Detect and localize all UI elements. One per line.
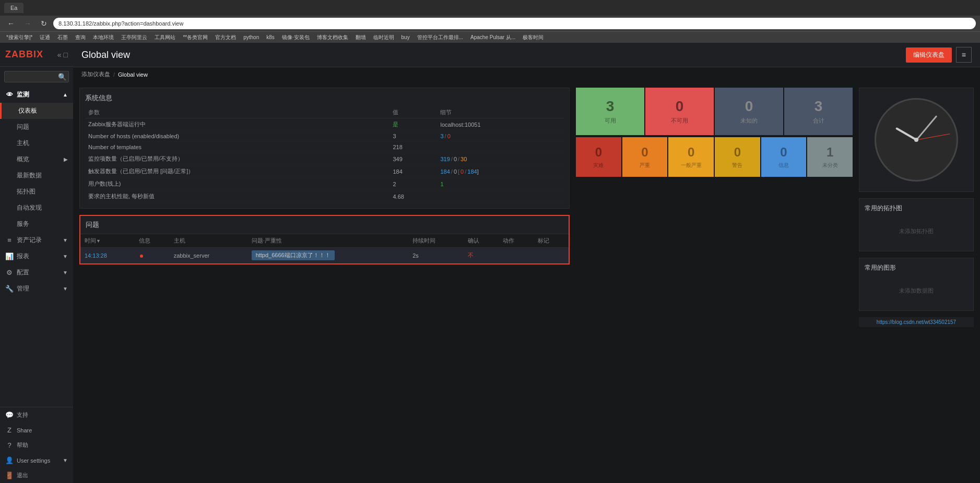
- reload-button[interactable]: ↻: [38, 18, 50, 29]
- edit-dashboard-button[interactable]: 编辑仪表盘: [906, 47, 952, 63]
- table-row: 14:13:28 zabbix_server httpd_6666端口凉京了！！…: [80, 248, 569, 263]
- chart-icon: 📊: [5, 252, 14, 260]
- bookmark-item[interactable]: 王亭阿里云: [119, 33, 149, 42]
- system-info-title: 系统信息: [85, 93, 564, 103]
- sidebar-item-problems[interactable]: 问题: [0, 119, 73, 135]
- back-button[interactable]: ←: [4, 18, 18, 29]
- status-available[interactable]: 3 可用: [576, 88, 644, 135]
- sidebar-item-reports[interactable]: 📊 报表 ▼: [0, 248, 73, 264]
- sidebar-item-hosts[interactable]: 主机: [0, 135, 73, 151]
- wrench-icon: 🔧: [5, 285, 14, 293]
- bookmark-item[interactable]: 镜像·安装包: [280, 33, 312, 42]
- sev-unclassified[interactable]: 1 未分类: [807, 137, 853, 177]
- bookmark-item[interactable]: 石墨: [55, 33, 70, 42]
- status-panel: 3 可用 0 不可用 0 未知的 3 合计: [576, 88, 853, 477]
- chevron-down-icon: ▼: [63, 457, 68, 463]
- disaster-count: 0: [595, 145, 602, 160]
- sidebar-item-latest-data[interactable]: 最新数据: [0, 167, 73, 184]
- sidebar-item-autodiscovery[interactable]: 自动发现: [0, 200, 73, 216]
- breadcrumb: 添加仪表盘 / Global view: [73, 67, 980, 81]
- topology-empty: 未添加拓扑图: [865, 217, 968, 246]
- sidebar-item-help[interactable]: ? 帮助: [0, 438, 73, 453]
- bookmark-item[interactable]: 管控平台工作最排...: [415, 33, 465, 42]
- sev-average[interactable]: 0 一般严重: [668, 137, 714, 177]
- chevron-down-icon: ▼: [63, 286, 68, 292]
- sidebar-item-label: 资产记录: [17, 236, 42, 245]
- list-icon: ≡: [5, 236, 14, 244]
- bookmark-item[interactable]: 临时近明: [371, 33, 396, 42]
- warning-count: 0: [734, 145, 741, 160]
- bookmark-item[interactable]: **各类官网: [181, 33, 210, 42]
- bookmark-item[interactable]: k8s: [264, 33, 277, 41]
- sidebar-item-share[interactable]: Z Share: [0, 422, 73, 438]
- bookmark-item[interactable]: 查询: [73, 33, 88, 42]
- average-label: 一般严重: [681, 162, 702, 169]
- sidebar-item-logout[interactable]: 🚪 退出: [0, 468, 73, 483]
- sidebar-footer: 💬 支持 Z Share ? 帮助 👤 User settings ▼ 🚪 退出: [0, 407, 73, 483]
- app-container: ZABBIX « □ 🔍 👁 监测 ▲ 仪表板 问题: [0, 43, 980, 483]
- status-unavailable[interactable]: 0 不可用: [645, 88, 714, 135]
- gear-icon: ⚙: [5, 269, 14, 276]
- bookmark-item[interactable]: 证通: [38, 33, 52, 42]
- logo-maximize-button[interactable]: □: [64, 51, 68, 59]
- bookmark-item[interactable]: *搜索引擎|*: [4, 33, 34, 42]
- bookmark-item[interactable]: 工具网站: [152, 33, 178, 42]
- bookmark-item[interactable]: Apache Pulsar 从...: [468, 33, 517, 42]
- col-value: 值: [389, 107, 437, 118]
- clock-face: [875, 98, 958, 182]
- table-row: 用户数(线上) 2 1: [85, 178, 564, 190]
- right-panel: 常用的拓扑图 未添加拓扑图 常用的图形 未添加数据图 https://blog.…: [859, 88, 974, 477]
- bookmark-item[interactable]: 本地环境: [91, 33, 116, 42]
- active-tab[interactable]: Ea: [4, 3, 23, 13]
- sidebar-item-support[interactable]: 💬 支持: [0, 407, 73, 422]
- bookmark-item[interactable]: buy: [399, 33, 412, 41]
- forward-button[interactable]: →: [21, 18, 34, 29]
- col-problem: 问题·严重性: [247, 234, 409, 248]
- sidebar-item-label: 问题: [17, 123, 29, 131]
- status-unknown[interactable]: 0 未知的: [715, 88, 783, 135]
- sidebar-item-assets[interactable]: ≡ 资产记录 ▼: [0, 232, 73, 248]
- chevron-down-icon: ▼: [63, 237, 68, 243]
- sev-warning[interactable]: 0 警告: [715, 137, 760, 177]
- logo-collapse-button[interactable]: «: [57, 51, 62, 59]
- sidebar-item-services[interactable]: 服务: [0, 216, 73, 232]
- sev-disaster[interactable]: 0 灾难: [576, 137, 621, 177]
- severity-grid: 0 灾难 0 严重 0 一般严重 0 警告: [576, 137, 853, 177]
- total-count: 3: [814, 98, 823, 115]
- breadcrumb-home[interactable]: 添加仪表盘: [81, 70, 110, 78]
- bookmark-item[interactable]: 博客文档收集: [315, 33, 350, 42]
- disaster-label: 灾难: [593, 162, 604, 169]
- browser-tabs: Ea: [0, 0, 980, 16]
- sidebar-item-label: Share: [17, 427, 32, 433]
- sidebar-item-monitoring[interactable]: 👁 监测 ▲: [0, 87, 73, 103]
- chevron-up-icon: ▲: [63, 92, 68, 98]
- main-content: Global view 编辑仪表盘 ≡ 添加仪表盘 / Global view …: [73, 43, 980, 483]
- col-action: 动作: [499, 234, 534, 248]
- sidebar-item-topology[interactable]: 拓扑图: [0, 184, 73, 200]
- sidebar-item-admin[interactable]: 🔧 管理 ▼: [0, 281, 73, 297]
- status-total[interactable]: 3 合计: [784, 88, 853, 135]
- sidebar-item-user-settings[interactable]: 👤 User settings ▼: [0, 453, 73, 468]
- sev-info[interactable]: 0 信息: [761, 137, 807, 177]
- chevron-down-icon: ▼: [63, 270, 68, 275]
- sidebar: ZABBIX « □ 🔍 👁 监测 ▲ 仪表板 问题: [0, 43, 73, 483]
- search-button[interactable]: 🔍: [58, 73, 67, 81]
- total-label: 合计: [813, 117, 824, 125]
- available-label: 可用: [605, 117, 616, 125]
- sidebar-item-dashboard[interactable]: 仪表板: [0, 103, 73, 119]
- nav-section: 👁 监测 ▲ 仪表板 问题 主机 概览 ▶ 最新数据 拓扑图: [0, 87, 73, 407]
- system-info-widget: 系统信息 参数 值 细节 Zabbix服务器端运行中: [79, 88, 570, 209]
- bookmark-item[interactable]: 官方文档: [213, 33, 238, 42]
- col-ack: 确认: [464, 234, 499, 248]
- bookmark-item[interactable]: 翻墙: [353, 33, 368, 42]
- table-row: Number of hosts (enabled/disabled) 3 3/0: [85, 131, 564, 142]
- topology-title: 常用的拓扑图: [865, 204, 968, 213]
- sidebar-item-config[interactable]: ⚙ 配置 ▼: [0, 264, 73, 281]
- sev-high[interactable]: 0 严重: [622, 137, 668, 177]
- address-bar[interactable]: [53, 18, 976, 29]
- bookmark-item[interactable]: 极客时间: [521, 33, 546, 42]
- sidebar-item-overview[interactable]: 概览 ▶: [0, 151, 73, 167]
- csdn-link[interactable]: https://blog.csdn.net/wt334502157: [859, 317, 974, 327]
- bookmark-item[interactable]: python: [241, 33, 261, 41]
- menu-button[interactable]: ≡: [956, 47, 972, 63]
